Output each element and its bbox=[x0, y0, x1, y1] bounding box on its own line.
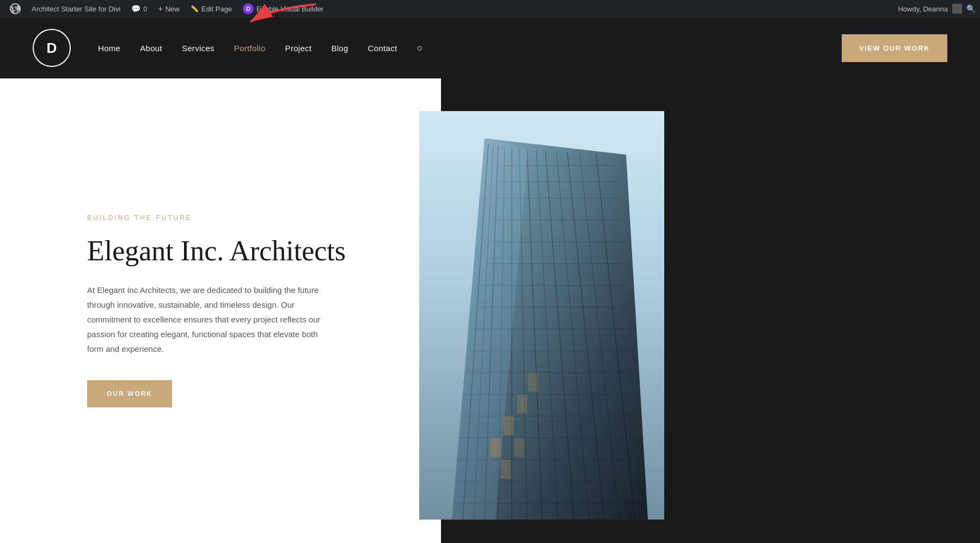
wp-logo-item[interactable] bbox=[4, 0, 26, 17]
new-label: New bbox=[166, 5, 180, 13]
pencil-icon: ✏️ bbox=[191, 5, 199, 13]
nav-contact[interactable]: Contact bbox=[368, 44, 397, 53]
svg-rect-38 bbox=[501, 460, 511, 479]
svg-rect-36 bbox=[517, 394, 527, 413]
new-item[interactable]: + New bbox=[153, 0, 185, 17]
comments-count: 0 bbox=[143, 5, 147, 13]
admin-bar: Architect Starter Site for Divi 💬 0 + Ne… bbox=[0, 0, 980, 17]
svg-rect-34 bbox=[490, 438, 501, 457]
nav-portfolio[interactable]: Portfolio bbox=[234, 44, 266, 53]
site-logo[interactable]: D bbox=[33, 29, 71, 67]
comments-item[interactable]: 💬 0 bbox=[126, 0, 152, 17]
logo-letter: D bbox=[47, 40, 57, 57]
enable-vb-label: Enable Visual Builder bbox=[256, 5, 323, 13]
site-name-label: Architect Starter Site for Divi bbox=[32, 5, 120, 13]
hero-subtitle: BUILDING THE FUTURE bbox=[87, 214, 397, 222]
hero-title: Elegant Inc. Architects bbox=[87, 235, 397, 267]
hero-section: BUILDING THE FUTURE Elegant Inc. Archite… bbox=[0, 78, 980, 543]
nav-blog[interactable]: Blog bbox=[331, 44, 348, 53]
site-header: D Home About Services Portfolio Project … bbox=[0, 17, 980, 78]
hero-right bbox=[441, 78, 980, 543]
building-svg bbox=[419, 111, 664, 520]
svg-rect-39 bbox=[514, 438, 524, 457]
svg-rect-37 bbox=[528, 373, 538, 392]
user-avatar bbox=[952, 4, 962, 14]
nav-services[interactable]: Services bbox=[182, 44, 215, 53]
nav-project[interactable]: Project bbox=[285, 44, 312, 53]
svg-rect-35 bbox=[504, 416, 513, 435]
main-nav: Home About Services Portfolio Project Bl… bbox=[98, 42, 842, 54]
nav-search-icon[interactable]: ○ bbox=[416, 42, 422, 54]
nav-about[interactable]: About bbox=[140, 44, 162, 53]
site-name-item[interactable]: Architect Starter Site for Divi bbox=[26, 0, 126, 17]
edit-page-item[interactable]: ✏️ Edit Page bbox=[185, 0, 237, 17]
hero-left: BUILDING THE FUTURE Elegant Inc. Archite… bbox=[0, 78, 441, 543]
site-wrapper: D Home About Services Portfolio Project … bbox=[0, 17, 980, 543]
plus-icon: + bbox=[158, 4, 163, 13]
building-image bbox=[419, 111, 664, 520]
view-work-button[interactable]: VIEW OUR WORK bbox=[842, 34, 947, 62]
our-work-button[interactable]: OUR WORK bbox=[87, 380, 172, 407]
divi-item[interactable]: D Enable Visual Builder bbox=[237, 0, 329, 17]
edit-page-label: Edit Page bbox=[201, 5, 232, 13]
divi-icon: D bbox=[243, 3, 254, 14]
hero-description: At Elegant Inc Architects, we are dedica… bbox=[87, 283, 321, 356]
admin-search-icon[interactable]: 🔍 bbox=[966, 4, 976, 13]
nav-home[interactable]: Home bbox=[98, 44, 120, 53]
howdy-label: Howdy, Deanna bbox=[898, 5, 948, 13]
comment-icon: 💬 bbox=[131, 4, 140, 13]
